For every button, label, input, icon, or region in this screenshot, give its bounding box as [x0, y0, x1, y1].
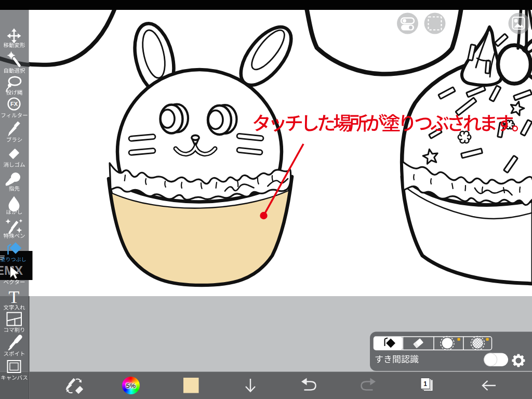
svg-text:1: 1 [423, 380, 427, 388]
svg-text:T: T [9, 287, 20, 307]
svg-text:FX: FX [10, 101, 18, 107]
